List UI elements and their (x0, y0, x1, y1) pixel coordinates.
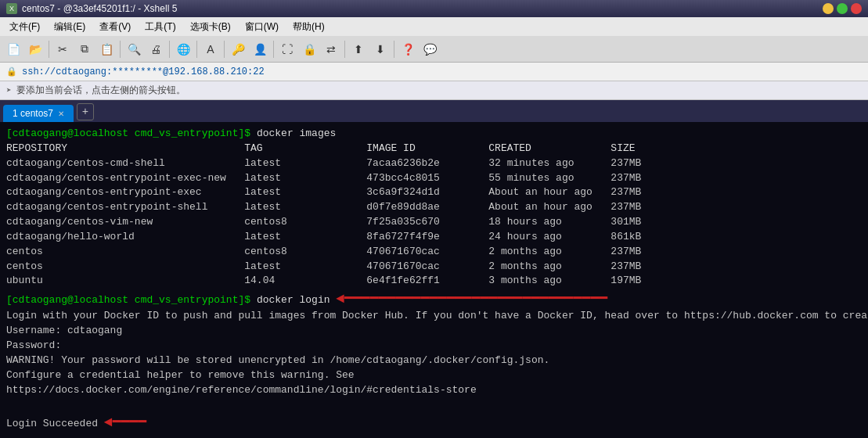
globe-button[interactable]: 🌐 (173, 39, 193, 59)
fullscreen-button[interactable]: ⛶ (277, 39, 297, 59)
toolbar-sep-7 (344, 41, 345, 58)
app-icon: X (6, 3, 17, 14)
menu-tabs[interactable]: 选项卡(B) (184, 19, 237, 35)
font-button[interactable]: A (200, 39, 221, 59)
arrow-icon: ➤ (6, 85, 12, 95)
terminal-line-11: ubuntu 14.04 6e4f1fe62ff1 3 months ago 1… (6, 274, 862, 289)
toolbar-sep-1 (49, 41, 49, 58)
toolbar-sep-2 (120, 41, 121, 58)
terminal-line-5: cdtaogang/centos-entrypoint-exec latest … (6, 185, 862, 200)
minimize-button[interactable] (823, 3, 834, 14)
terminal-line-15: Password: (6, 339, 862, 354)
terminal-line-3: cdtaogang/centos-cmd-shell latest 7acaa6… (6, 156, 862, 171)
terminal-line-17: Configure a credential helper to remove … (6, 368, 862, 383)
terminal-line-21: [cdtaogang@localhost cmd_vs_entrypoint]$… (6, 433, 862, 438)
terminal-line-19 (6, 397, 862, 412)
terminal-line-13: Login with your Docker ID to push and pu… (6, 309, 862, 324)
terminal-line-9: centos centos8 470671670cac 2 months ago… (6, 245, 862, 260)
open-button[interactable]: 📂 (25, 39, 45, 59)
toolbar-sep-6 (273, 41, 274, 58)
tab-centos7[interactable]: 1 centos7 ✕ (3, 105, 74, 122)
window-title: centos7 - @3a3ef45201f1:/ - Xshell 5 (22, 3, 177, 14)
paste-button[interactable]: 📋 (96, 39, 117, 59)
terminal-line-1: [cdtaogang@localhost cmd_vs_entrypoint]$… (6, 127, 862, 142)
print-button[interactable]: 🖨 (146, 39, 166, 59)
maximize-button[interactable] (837, 3, 848, 14)
terminal-line-20: Login Succeeded ◄━━━━ (6, 412, 862, 433)
menu-help[interactable]: 帮助(H) (286, 19, 331, 35)
ssh-bar: 🔒 ssh://cdtaogang:*********@192.168.88.2… (0, 63, 868, 81)
menu-view[interactable]: 查看(V) (93, 19, 137, 35)
menu-file[interactable]: 文件(F) (3, 19, 46, 35)
lock-button[interactable]: 🔒 (299, 39, 319, 59)
window-controls[interactable] (823, 3, 862, 14)
info-bar: ➤ 要添加当前会话，点击左侧的箭头按钮。 (0, 81, 868, 100)
title-bar-left: X centos7 - @3a3ef45201f1:/ - Xshell 5 (6, 3, 177, 14)
terminal-line-10: centos latest 470671670cac 2 months ago … (6, 260, 862, 275)
lock-icon: 🔒 (6, 66, 17, 77)
menu-edit[interactable]: 编辑(E) (48, 19, 92, 35)
help-button[interactable]: ❓ (398, 39, 418, 59)
terminal-line-8: cdtaogang/hello-world latest 8fa6727f4f9… (6, 230, 862, 245)
terminal-line-7: cdtaogang/centos-vim-new centos8 7f25a03… (6, 215, 862, 230)
close-button[interactable] (851, 3, 862, 14)
tab-label: 1 centos7 (13, 108, 53, 119)
menu-window[interactable]: 窗口(W) (239, 19, 285, 35)
upload-button[interactable]: ⬆ (348, 39, 369, 59)
chat-button[interactable]: 💬 (420, 39, 440, 59)
terminal-line-14: Username: cdtaogang (6, 324, 862, 339)
user-button[interactable]: 👤 (250, 39, 270, 59)
tab-bar: 1 centos7 ✕ + (0, 100, 868, 122)
toolbar-sep-8 (394, 41, 394, 58)
tab-close-button[interactable]: ✕ (58, 110, 64, 118)
toolbar: 📄 📂 ✂ ⧉ 📋 🔍 🖨 🌐 A 🔑 👤 ⛶ 🔒 ⇄ ⬆ ⬇ ❓ 💬 (0, 36, 868, 63)
title-bar: X centos7 - @3a3ef45201f1:/ - Xshell 5 (0, 0, 868, 17)
terminal-line-16: WARNING! Your password will be stored un… (6, 354, 862, 368)
terminal[interactable]: [cdtaogang@localhost cmd_vs_entrypoint]$… (0, 122, 868, 438)
terminal-line-4: cdtaogang/centos-entrypoint-exec-new lat… (6, 171, 862, 186)
terminal-line-12: [cdtaogang@localhost cmd_vs_entrypoint]$… (6, 289, 862, 309)
menu-tools[interactable]: 工具(T) (139, 19, 182, 35)
new-button[interactable]: 📄 (3, 39, 23, 59)
search-button[interactable]: 🔍 (124, 39, 144, 59)
key-button[interactable]: 🔑 (228, 39, 248, 59)
transfer-button[interactable]: ⇄ (321, 39, 341, 59)
cut-button[interactable]: ✂ (52, 39, 73, 59)
ssh-address: ssh://cdtaogang:*********@192.168.88.210… (22, 66, 265, 77)
toolbar-sep-4 (196, 41, 197, 58)
terminal-line-18: https://docs.docker.com/engine/reference… (6, 383, 862, 398)
copy-button[interactable]: ⧉ (74, 39, 95, 59)
terminal-line-6: cdtaogang/centos-entrypoint-shell latest… (6, 200, 862, 215)
toolbar-sep-3 (169, 41, 170, 58)
download-button[interactable]: ⬇ (370, 39, 391, 59)
menu-bar: 文件(F) 编辑(E) 查看(V) 工具(T) 选项卡(B) 窗口(W) 帮助(… (0, 17, 868, 36)
terminal-line-header: REPOSITORY TAG IMAGE ID CREATED SIZE (6, 142, 862, 156)
info-text: 要添加当前会话，点击左侧的箭头按钮。 (16, 84, 185, 97)
toolbar-sep-5 (224, 41, 225, 58)
new-tab-button[interactable]: + (77, 103, 94, 120)
